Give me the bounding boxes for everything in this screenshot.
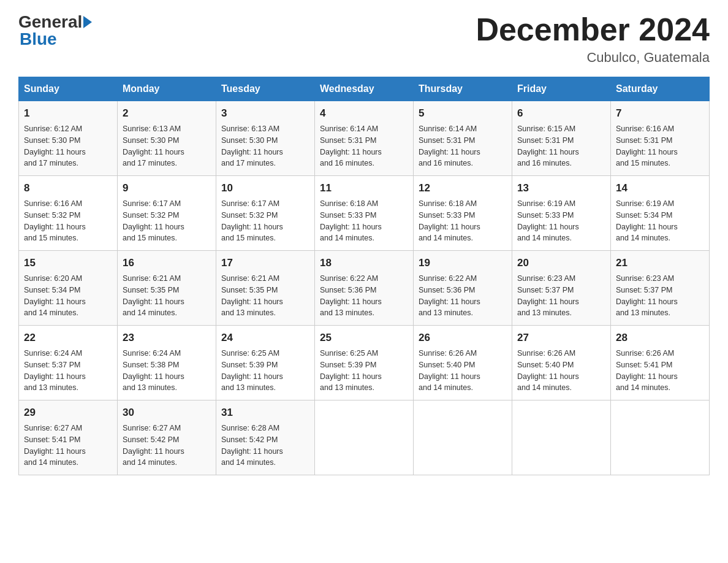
calendar-week-5: 29 Sunrise: 6:27 AMSunset: 5:41 PMDaylig… <box>19 400 710 475</box>
day-number: 30 <box>123 405 211 421</box>
day-number: 2 <box>123 106 211 121</box>
calendar-cell: 19 Sunrise: 6:22 AMSunset: 5:36 PMDaylig… <box>414 251 512 326</box>
day-info: Sunrise: 6:13 AMSunset: 5:30 PMDaylight:… <box>221 124 283 168</box>
day-info: Sunrise: 6:27 AMSunset: 5:41 PMDaylight:… <box>24 424 86 467</box>
day-number: 18 <box>320 256 408 271</box>
day-info: Sunrise: 6:13 AMSunset: 5:30 PMDaylight:… <box>123 124 184 168</box>
day-number: 14 <box>616 181 704 196</box>
month-title: December 2024 <box>476 12 710 47</box>
day-info: Sunrise: 6:22 AMSunset: 5:36 PMDaylight:… <box>320 274 382 318</box>
day-info: Sunrise: 6:21 AMSunset: 5:35 PMDaylight:… <box>123 274 184 318</box>
day-number: 29 <box>24 405 112 421</box>
calendar-cell: 22 Sunrise: 6:24 AMSunset: 5:37 PMDaylig… <box>19 326 118 400</box>
day-number: 5 <box>419 106 507 121</box>
calendar-cell: 29 Sunrise: 6:27 AMSunset: 5:41 PMDaylig… <box>19 400 118 475</box>
calendar-cell: 7 Sunrise: 6:16 AMSunset: 5:31 PMDayligh… <box>611 101 710 176</box>
page-header: General Blue December 2024 Cubulco, Guat… <box>18 12 710 66</box>
day-number: 19 <box>419 256 507 271</box>
calendar-cell <box>315 400 414 475</box>
day-info: Sunrise: 6:15 AMSunset: 5:31 PMDaylight:… <box>517 124 579 168</box>
col-friday: Friday <box>512 77 611 101</box>
day-info: Sunrise: 6:24 AMSunset: 5:37 PMDaylight:… <box>24 349 86 393</box>
day-number: 11 <box>320 181 408 196</box>
calendar-cell: 10 Sunrise: 6:17 AMSunset: 5:32 PMDaylig… <box>216 176 315 251</box>
day-number: 16 <box>123 256 211 271</box>
calendar-cell: 23 Sunrise: 6:24 AMSunset: 5:38 PMDaylig… <box>118 326 216 400</box>
calendar-cell: 4 Sunrise: 6:14 AMSunset: 5:31 PMDayligh… <box>315 101 414 176</box>
calendar-cell: 13 Sunrise: 6:19 AMSunset: 5:33 PMDaylig… <box>512 176 611 251</box>
day-number: 17 <box>221 256 309 271</box>
calendar-cell: 9 Sunrise: 6:17 AMSunset: 5:32 PMDayligh… <box>118 176 216 251</box>
day-info: Sunrise: 6:14 AMSunset: 5:31 PMDaylight:… <box>419 124 480 168</box>
day-number: 4 <box>320 106 408 121</box>
day-number: 1 <box>24 106 112 121</box>
day-number: 23 <box>123 331 211 346</box>
day-info: Sunrise: 6:16 AMSunset: 5:31 PMDaylight:… <box>616 124 678 168</box>
day-number: 8 <box>24 181 112 196</box>
day-info: Sunrise: 6:18 AMSunset: 5:33 PMDaylight:… <box>419 199 480 243</box>
day-info: Sunrise: 6:18 AMSunset: 5:33 PMDaylight:… <box>320 199 382 243</box>
col-monday: Monday <box>118 77 216 101</box>
title-section: December 2024 Cubulco, Guatemala <box>476 12 710 66</box>
day-number: 28 <box>616 331 704 346</box>
calendar-cell <box>512 400 611 475</box>
calendar-cell: 2 Sunrise: 6:13 AMSunset: 5:30 PMDayligh… <box>118 101 216 176</box>
day-info: Sunrise: 6:23 AMSunset: 5:37 PMDaylight:… <box>616 274 678 318</box>
col-thursday: Thursday <box>414 77 512 101</box>
calendar-cell: 14 Sunrise: 6:19 AMSunset: 5:34 PMDaylig… <box>611 176 710 251</box>
calendar-cell: 20 Sunrise: 6:23 AMSunset: 5:37 PMDaylig… <box>512 251 611 326</box>
day-number: 24 <box>221 331 309 346</box>
calendar-cell: 24 Sunrise: 6:25 AMSunset: 5:39 PMDaylig… <box>216 326 315 400</box>
day-info: Sunrise: 6:23 AMSunset: 5:37 PMDaylight:… <box>517 274 579 318</box>
col-saturday: Saturday <box>611 77 710 101</box>
calendar-cell: 11 Sunrise: 6:18 AMSunset: 5:33 PMDaylig… <box>315 176 414 251</box>
day-number: 25 <box>320 331 408 346</box>
calendar-cell <box>611 400 710 475</box>
header-row: Sunday Monday Tuesday Wednesday Thursday… <box>19 77 710 101</box>
logo-blue: Blue <box>20 29 57 48</box>
day-number: 3 <box>221 106 309 121</box>
day-number: 31 <box>221 405 309 421</box>
location: Cubulco, Guatemala <box>476 50 710 66</box>
calendar-cell: 18 Sunrise: 6:22 AMSunset: 5:36 PMDaylig… <box>315 251 414 326</box>
calendar-week-2: 8 Sunrise: 6:16 AMSunset: 5:32 PMDayligh… <box>19 176 710 251</box>
day-number: 22 <box>24 331 112 346</box>
calendar-cell: 21 Sunrise: 6:23 AMSunset: 5:37 PMDaylig… <box>611 251 710 326</box>
calendar-week-1: 1 Sunrise: 6:12 AMSunset: 5:30 PMDayligh… <box>19 101 710 176</box>
day-number: 10 <box>221 181 309 196</box>
day-number: 15 <box>24 256 112 271</box>
day-info: Sunrise: 6:22 AMSunset: 5:36 PMDaylight:… <box>419 274 480 318</box>
calendar-cell: 17 Sunrise: 6:21 AMSunset: 5:35 PMDaylig… <box>216 251 315 326</box>
day-info: Sunrise: 6:20 AMSunset: 5:34 PMDaylight:… <box>24 274 86 318</box>
logo-arrow-icon <box>83 16 92 28</box>
logo: General Blue <box>18 12 93 49</box>
day-number: 9 <box>123 181 211 196</box>
day-info: Sunrise: 6:26 AMSunset: 5:40 PMDaylight:… <box>517 349 579 393</box>
calendar-cell: 27 Sunrise: 6:26 AMSunset: 5:40 PMDaylig… <box>512 326 611 400</box>
day-info: Sunrise: 6:25 AMSunset: 5:39 PMDaylight:… <box>221 349 283 393</box>
calendar-cell: 6 Sunrise: 6:15 AMSunset: 5:31 PMDayligh… <box>512 101 611 176</box>
day-number: 12 <box>419 181 507 196</box>
col-tuesday: Tuesday <box>216 77 315 101</box>
col-sunday: Sunday <box>19 77 118 101</box>
day-info: Sunrise: 6:21 AMSunset: 5:35 PMDaylight:… <box>221 274 283 318</box>
day-info: Sunrise: 6:28 AMSunset: 5:42 PMDaylight:… <box>221 424 283 467</box>
calendar-week-4: 22 Sunrise: 6:24 AMSunset: 5:37 PMDaylig… <box>19 326 710 400</box>
day-number: 13 <box>517 181 605 196</box>
day-number: 27 <box>517 331 605 346</box>
calendar-cell: 26 Sunrise: 6:26 AMSunset: 5:40 PMDaylig… <box>414 326 512 400</box>
calendar-cell: 8 Sunrise: 6:16 AMSunset: 5:32 PMDayligh… <box>19 176 118 251</box>
day-info: Sunrise: 6:14 AMSunset: 5:31 PMDaylight:… <box>320 124 382 168</box>
day-number: 20 <box>517 256 605 271</box>
day-info: Sunrise: 6:16 AMSunset: 5:32 PMDaylight:… <box>24 199 86 243</box>
day-info: Sunrise: 6:19 AMSunset: 5:33 PMDaylight:… <box>517 199 579 243</box>
col-wednesday: Wednesday <box>315 77 414 101</box>
calendar-table: Sunday Monday Tuesday Wednesday Thursday… <box>18 77 710 475</box>
calendar-cell: 31 Sunrise: 6:28 AMSunset: 5:42 PMDaylig… <box>216 400 315 475</box>
day-info: Sunrise: 6:26 AMSunset: 5:40 PMDaylight:… <box>419 349 480 393</box>
day-number: 21 <box>616 256 704 271</box>
day-info: Sunrise: 6:17 AMSunset: 5:32 PMDaylight:… <box>123 199 184 243</box>
calendar-cell: 28 Sunrise: 6:26 AMSunset: 5:41 PMDaylig… <box>611 326 710 400</box>
day-info: Sunrise: 6:24 AMSunset: 5:38 PMDaylight:… <box>123 349 184 393</box>
day-info: Sunrise: 6:26 AMSunset: 5:41 PMDaylight:… <box>616 349 678 393</box>
